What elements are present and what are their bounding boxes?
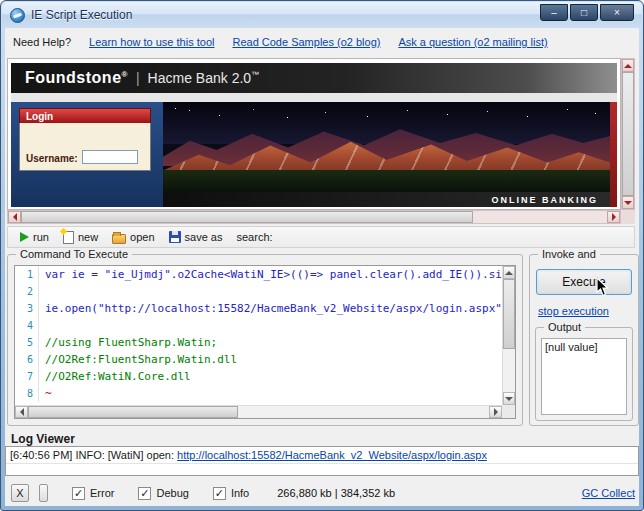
scroll-right-button[interactable] — [607, 211, 620, 223]
log-entry-link[interactable]: http://localhost:15582/HacmeBank_v2_Webs… — [177, 449, 487, 461]
debug-checkbox-label: Debug — [156, 487, 188, 499]
editor-vertical-scrollbar[interactable] — [502, 266, 515, 405]
editor-scroll-up-button[interactable] — [503, 266, 515, 279]
code-editor[interactable]: 1 var ie = "ie_Ujmdj".o2Cache<WatiN_IE>(… — [14, 265, 516, 419]
gc-collect-link[interactable]: GC Collect — [582, 487, 635, 499]
save-icon — [169, 231, 181, 243]
output-area: [null value] — [541, 338, 627, 415]
editor-scroll-down-button[interactable] — [503, 392, 515, 405]
editor-scrollbar-corner — [502, 405, 515, 418]
invoke-groupbox: Invoke and Execute stop execution Output… — [529, 254, 639, 426]
editor-hscroll-thumb[interactable] — [28, 406, 238, 418]
close-button[interactable]: × — [600, 4, 634, 21]
output-groupbox: Output [null value] — [535, 327, 633, 421]
error-checkbox-label: Error — [90, 487, 114, 499]
code-line: 2 — [15, 283, 502, 300]
editor-horizontal-scrollbar[interactable] — [15, 405, 502, 418]
brand-foundstone: Foundstone® — [25, 69, 128, 87]
splitter-grip[interactable] — [39, 484, 48, 502]
help-link-question[interactable]: Ask a question (o2 mailing list) — [398, 36, 547, 48]
debug-checkbox[interactable]: ✓ Debug — [138, 487, 188, 500]
log-viewer-list[interactable]: [6:40:56 PM] INFO: [WatiN] open: http://… — [5, 446, 639, 476]
app-window: IE Script Execution – □ × Need Help? Lea… — [0, 0, 644, 511]
maximize-button[interactable]: □ — [570, 4, 598, 21]
new-button[interactable]: new — [59, 230, 102, 245]
error-checkbox[interactable]: ✓ Error — [72, 487, 114, 500]
username-label: Username: — [26, 153, 78, 164]
open-folder-icon — [112, 234, 126, 244]
command-groupbox: Command To Execute 1 var ie = "ie_Ujmdj"… — [7, 254, 523, 426]
info-checkbox-label: Info — [231, 487, 249, 499]
code-line: 4 — [15, 317, 502, 334]
stop-execution-link[interactable]: stop execution — [538, 305, 609, 317]
search-label: search: — [233, 230, 277, 244]
mountain-photo: ONLINE BANKING — [163, 102, 617, 207]
browser-viewport: Foundstone® | Hacme Bank 2.0™ Login User… — [7, 58, 621, 210]
run-icon — [20, 232, 29, 242]
photo-red-edge — [610, 102, 617, 207]
help-bar: Need Help? Learn how to use this tool Re… — [13, 32, 631, 52]
memory-usage: 266,880 kb | 384,352 kb — [277, 487, 395, 499]
brand-separator: | — [136, 70, 140, 86]
execute-button[interactable]: Execute — [536, 269, 632, 295]
code-line: 6 //O2Ref:FluentSharp.Watin.dll — [15, 351, 502, 368]
code-area[interactable]: 1 var ie = "ie_Ujmdj".o2Cache<WatiN_IE>(… — [15, 266, 502, 405]
editor-scroll-left-button[interactable] — [15, 406, 28, 418]
online-banking-band: ONLINE BANKING — [163, 192, 610, 207]
output-value: [null value] — [545, 341, 598, 353]
error-checkbox-box[interactable]: ✓ — [72, 487, 85, 500]
script-toolbar: run new open save as search: — [7, 226, 635, 248]
title-bar: IE Script Execution – □ × — [2, 2, 642, 28]
scroll-left-button[interactable] — [8, 211, 21, 223]
code-line: 7 //O2Ref:WatiN.Core.dll — [15, 368, 502, 385]
code-line: 3 ie.open("http://localhost:15582/HacmeB… — [15, 300, 502, 317]
login-box-title: Login — [19, 108, 151, 123]
info-checkbox[interactable]: ✓ Info — [213, 487, 249, 500]
browser-vertical-scrollbar[interactable] — [621, 58, 635, 210]
editor-vscroll-thumb[interactable] — [503, 279, 515, 349]
window-icon — [10, 8, 25, 23]
window-title: IE Script Execution — [31, 8, 132, 22]
minimize-button[interactable]: – — [540, 4, 568, 21]
editor-scroll-right-button[interactable] — [489, 406, 502, 418]
code-line: 5 //using FluentSharp.Watin; — [15, 334, 502, 351]
scroll-down-button[interactable] — [622, 196, 634, 209]
browser-horizontal-scrollbar[interactable] — [7, 210, 621, 224]
info-checkbox-box[interactable]: ✓ — [213, 487, 226, 500]
banner-light-strip — [11, 93, 617, 102]
debug-checkbox-box[interactable]: ✓ — [138, 487, 151, 500]
product-name: Hacme Bank 2.0™ — [148, 70, 260, 86]
command-groupbox-title: Command To Execute — [16, 248, 132, 260]
log-entry: [6:40:56 PM] INFO: [WatiN] open: http://… — [6, 447, 638, 464]
code-line: 8 ~ — [15, 385, 502, 402]
output-groupbox-title: Output — [544, 321, 585, 333]
trademark-mark: ™ — [251, 70, 259, 79]
scroll-up-button[interactable] — [622, 59, 634, 72]
login-panel: Login Username: — [11, 102, 163, 207]
hacmebank-banner: Foundstone® | Hacme Bank 2.0™ Login User… — [11, 63, 617, 207]
code-line: 1 var ie = "ie_Ujmdj".o2Cache<WatiN_IE>(… — [15, 266, 502, 283]
open-button[interactable]: open — [108, 230, 158, 245]
forest-strip — [163, 170, 610, 192]
scrollbar-corner — [621, 210, 635, 224]
mouse-cursor-icon — [596, 277, 610, 297]
login-box: Login Username: — [19, 108, 151, 171]
help-link-learn[interactable]: Learn how to use this tool — [89, 36, 214, 48]
new-file-icon — [63, 231, 74, 244]
vertical-scroll-thumb[interactable] — [622, 72, 634, 196]
invoke-groupbox-title: Invoke and — [538, 248, 600, 260]
log-viewer-title: Log Viewer — [11, 432, 75, 446]
log-close-button[interactable]: X — [11, 484, 29, 502]
help-link-samples[interactable]: Read Code Samples (o2 blog) — [232, 36, 380, 48]
run-button[interactable]: run — [16, 230, 53, 244]
save-as-button[interactable]: save as — [165, 230, 227, 244]
registered-mark: ® — [122, 70, 128, 79]
stars — [175, 108, 176, 109]
log-entry-text: [6:40:56 PM] INFO: [WatiN] open: — [10, 449, 177, 461]
window-content: Need Help? Learn how to use this tool Re… — [5, 28, 639, 506]
status-bar: X ✓ Error ✓ Debug ✓ Info 266,880 kb | 38… — [5, 480, 641, 506]
horizontal-scroll-thumb[interactable] — [21, 211, 473, 223]
username-input[interactable] — [82, 150, 138, 164]
banner-top-strip: Foundstone® | Hacme Bank 2.0™ — [11, 63, 617, 93]
online-banking-label: ONLINE BANKING — [492, 195, 599, 205]
